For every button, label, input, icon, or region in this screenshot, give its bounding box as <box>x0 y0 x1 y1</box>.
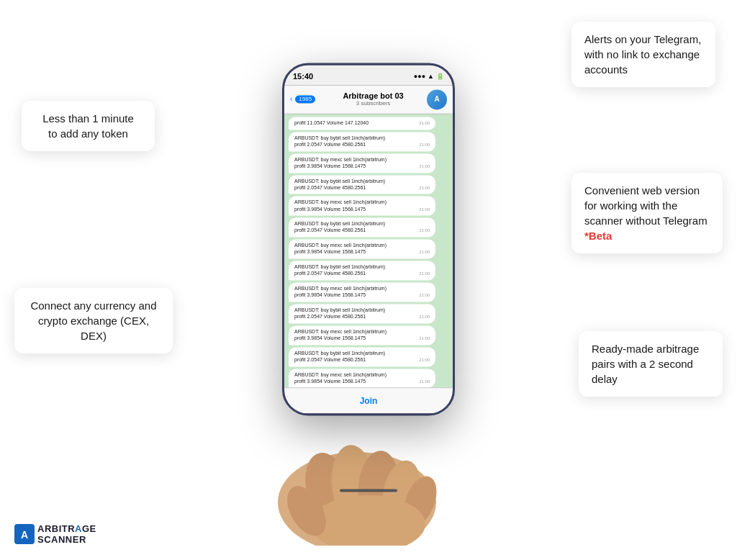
telegram-header: ‹ 1985 Arbitrage bot 03 3 subscribers A <box>284 85 453 114</box>
logo-icon: A <box>14 524 35 544</box>
chat-message: ARBUSDT: buy bybit sell 1inch(arbitrum) … <box>289 175 435 194</box>
chat-message: ARBUSDT: buy mexc sell 1inch(arbitrum) p… <box>289 197 435 216</box>
chat-message: ARBUSDT: buy mexc sell 1inch(arbitrum) p… <box>289 153 435 173</box>
message-time: 21:00 <box>419 143 430 148</box>
svg-text:A: A <box>21 529 28 541</box>
chat-message: ARBUSDT: buy bybit sell 1inch(arbitrum) … <box>289 218 435 238</box>
status-bar: 15:40 ●●● ▲ 🔋 <box>284 65 453 85</box>
message-time: 21:00 <box>419 358 430 363</box>
message-time: 21:00 <box>419 294 430 299</box>
chat-message: ARBUSDT: buy mexc sell 1inch(arbitrum) p… <box>289 282 435 302</box>
chat-area: profit 11.0547 Volume 147.1204021:00ARBU… <box>284 114 453 387</box>
status-icons: ●●● ▲ 🔋 <box>414 73 444 80</box>
back-button[interactable]: ‹ <box>290 95 292 103</box>
chat-subtitle: 3 subscribers <box>320 100 427 107</box>
callout-bot-left-text: Connect any currency and crypto exchange… <box>30 299 156 342</box>
callout-beta-text: *Beta <box>584 228 710 243</box>
chat-message: ARBUSDT: buy bybit sell 1inch(arbitrum) … <box>289 132 435 151</box>
scene: Alerts on your Telegram, with no link to… <box>0 0 737 560</box>
message-time: 21:00 <box>419 272 430 278</box>
callout-mid-right: Convenient web version for working with … <box>571 173 723 253</box>
callout-mid-right-text: Convenient web version for working with … <box>584 183 710 228</box>
join-button[interactable]: Join <box>360 396 378 406</box>
message-time: 21:00 <box>419 336 430 342</box>
message-time: 21:00 <box>419 229 430 235</box>
chat-message: ARBUSDT: buy mexc sell 1inch(arbitrum) p… <box>289 369 435 387</box>
logo-text: ARBITRAGE SCANNER <box>37 523 96 546</box>
chat-title-area: Arbitrage bot 03 3 subscribers <box>320 91 427 107</box>
chat-message: ARBUSDT: buy bybit sell 1inch(arbitrum) … <box>289 347 435 366</box>
message-time: 21:00 <box>419 379 430 385</box>
chat-message: ARBUSDT: buy mexc sell 1inch(arbitrum) p… <box>289 325 435 345</box>
logo: A ARBITRAGE SCANNER <box>14 523 96 546</box>
chat-message: ARBUSDT: buy bybit sell 1inch(arbitrum) … <box>289 261 435 281</box>
chat-title: Arbitrage bot 03 <box>320 91 427 100</box>
callout-bot-left: Connect any currency and crypto exchange… <box>14 288 173 353</box>
chat-message: ARBUSDT: buy mexc sell 1inch(arbitrum) p… <box>289 240 435 259</box>
callout-top-right-text: Alerts on your Telegram, with no link to… <box>584 33 701 76</box>
phone-frame: 15:40 ●●● ▲ 🔋 ‹ 1985 Arbitrage bot 03 3 … <box>282 63 455 415</box>
message-time: 21:00 <box>419 164 430 170</box>
message-time: 21:00 <box>419 207 430 213</box>
callout-top-left: Less than 1 minute to add any token <box>22 101 155 151</box>
phone-bottom-bar: Join <box>284 387 453 413</box>
callout-bot-right: Ready-made arbitrage pairs with a 2 seco… <box>579 331 723 397</box>
telegram-avatar: A <box>427 89 447 109</box>
callout-top-left-line1: Less than 1 minute <box>35 111 142 126</box>
chat-message: profit 11.0547 Volume 147.1204021:00 <box>289 117 435 130</box>
chat-message: ARBUSDT: buy bybit sell 1inch(arbitrum) … <box>289 304 435 323</box>
callout-top-right: Alerts on your Telegram, with no link to… <box>571 22 715 87</box>
message-time: 21:00 <box>419 186 430 191</box>
phone-wrapper: 15:40 ●●● ▲ 🔋 ‹ 1985 Arbitrage bot 03 3 … <box>275 63 462 480</box>
message-time: 21:00 <box>419 250 430 256</box>
callout-bot-right-text: Ready-made arbitrage pairs with a 2 seco… <box>592 343 699 385</box>
status-time: 15:40 <box>293 72 313 81</box>
message-time: 21:00 <box>419 121 430 127</box>
back-count: 1985 <box>295 95 315 103</box>
message-time: 21:00 <box>419 315 430 320</box>
home-indicator <box>340 489 397 492</box>
callout-top-left-line2: to add any token <box>35 126 142 141</box>
